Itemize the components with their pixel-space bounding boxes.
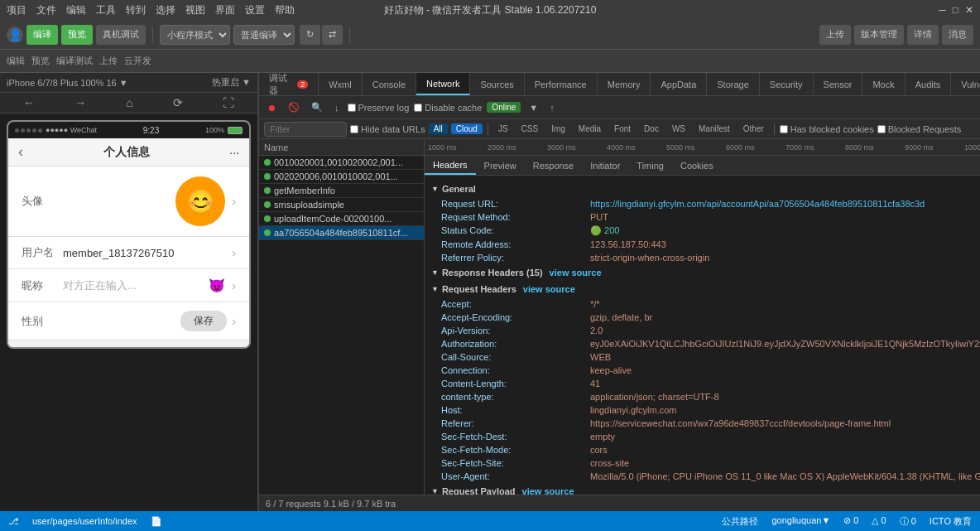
req-item-6[interactable]: aa7056504a484feb89510811cf... bbox=[259, 226, 424, 240]
preview-button[interactable]: 预览 bbox=[61, 25, 93, 45]
nav-back[interactable]: ← bbox=[23, 96, 35, 109]
response-headers-section[interactable]: ▼ Response Headers (15) view source bbox=[430, 264, 980, 281]
details-tab-preview[interactable]: Preview bbox=[476, 156, 525, 175]
filter-media[interactable]: Media bbox=[574, 123, 606, 134]
tab-vulnerability[interactable]: Vulnerability bbox=[951, 73, 980, 95]
tab-appdata[interactable]: AppData bbox=[651, 73, 707, 95]
details-tab-timing[interactable]: Timing bbox=[628, 156, 672, 175]
menu-item-file[interactable]: 文件 bbox=[36, 3, 56, 17]
tab-storage[interactable]: Storage bbox=[707, 73, 760, 95]
clear-button[interactable]: 🚫 bbox=[285, 100, 303, 114]
import-btn[interactable]: ↓ bbox=[331, 101, 343, 114]
avatar-image[interactable]: 😊 bbox=[175, 176, 225, 226]
general-section-header[interactable]: ▼ General bbox=[430, 181, 980, 197]
tab-performance[interactable]: Performance bbox=[525, 73, 598, 95]
req-item-3[interactable]: getMemberInfo bbox=[259, 184, 424, 198]
username-row[interactable]: 用户名 member_18137267510 › bbox=[8, 237, 249, 269]
toolbar2-upload[interactable]: 上传 bbox=[99, 55, 118, 67]
blocked-requests-checkbox[interactable] bbox=[877, 125, 886, 133]
filter-icon-btn[interactable]: 🔍 bbox=[308, 100, 326, 114]
menu-item-view[interactable]: 视图 bbox=[185, 3, 205, 17]
more-icon[interactable]: ··· bbox=[229, 146, 239, 159]
swap-btn[interactable]: ⇄ bbox=[322, 25, 343, 45]
menu-item-tool[interactable]: 工具 bbox=[96, 3, 116, 17]
nav-rotate[interactable]: ⟳ bbox=[173, 96, 183, 109]
menu-item-project[interactable]: 项目 bbox=[7, 3, 26, 17]
menu-item-help[interactable]: 帮助 bbox=[275, 3, 295, 17]
hide-data-urls-checkbox[interactable] bbox=[350, 125, 358, 133]
export-btn[interactable]: ↑ bbox=[546, 101, 558, 114]
filter-js[interactable]: JS bbox=[493, 123, 513, 134]
detail-btn[interactable]: 详情 bbox=[907, 25, 939, 45]
tab-security[interactable]: Security bbox=[760, 73, 814, 95]
filter-manifest[interactable]: Manifest bbox=[694, 123, 735, 134]
disable-cache-checkbox[interactable] bbox=[414, 104, 422, 112]
nav-fullscreen[interactable]: ⛶ bbox=[223, 96, 234, 109]
tab-mock[interactable]: Mock bbox=[862, 73, 905, 95]
menu-item-settings[interactable]: 设置 bbox=[245, 3, 265, 17]
nickname-row[interactable]: 昵称 对方正在输入... 😈 › bbox=[8, 269, 249, 302]
tab-console[interactable]: Console bbox=[363, 73, 416, 95]
upload-btn[interactable]: 上传 bbox=[819, 25, 851, 45]
menu-item-select[interactable]: 选择 bbox=[156, 3, 175, 17]
filter-img[interactable]: Img bbox=[546, 123, 570, 134]
req-item-5[interactable]: uploadItemCode-00200100... bbox=[259, 212, 424, 226]
tab-wxml[interactable]: Wxml bbox=[319, 73, 363, 95]
toolbar2-test[interactable]: 编译测试 bbox=[56, 55, 93, 67]
filter-doc[interactable]: Doc bbox=[639, 123, 664, 134]
filter-input[interactable] bbox=[264, 122, 347, 137]
request-headers-section[interactable]: ▼ Request Headers view source bbox=[430, 281, 980, 297]
nav-forward[interactable]: → bbox=[74, 96, 86, 109]
env-select[interactable]: 普通编译 bbox=[233, 25, 295, 45]
preserve-log-checkbox[interactable] bbox=[348, 104, 356, 112]
tab-network[interactable]: Network bbox=[416, 73, 470, 95]
response-view-source[interactable]: view source bbox=[550, 268, 602, 278]
save-button[interactable]: 保存 bbox=[180, 311, 227, 331]
tab-memory[interactable]: Memory bbox=[598, 73, 651, 95]
real-machine-btn[interactable]: 真机调试 bbox=[96, 25, 146, 45]
status-path[interactable]: user/pages/userInfo/index bbox=[32, 516, 137, 527]
toolbar2-cloud[interactable]: 云开发 bbox=[124, 55, 151, 67]
minimize-btn[interactable]: ─ bbox=[939, 4, 946, 16]
toolbar2-preview[interactable]: 预览 bbox=[31, 55, 50, 67]
payload-view-source[interactable]: view source bbox=[522, 486, 574, 495]
throttle-btn[interactable]: ▼ bbox=[526, 101, 541, 114]
details-tab-headers[interactable]: Headers bbox=[425, 156, 476, 175]
record-button[interactable]: ⏺ bbox=[264, 101, 280, 114]
gender-row[interactable]: 性别 保存 › bbox=[8, 302, 249, 340]
req-item-2[interactable]: 002020006,0010010002,001... bbox=[259, 170, 424, 184]
menu-item-edit[interactable]: 编辑 bbox=[66, 3, 86, 17]
filter-other[interactable]: Other bbox=[738, 123, 769, 134]
filter-cloud[interactable]: Cloud bbox=[451, 123, 483, 134]
tab-sensor[interactable]: Sensor bbox=[814, 73, 863, 95]
menu-item-interface[interactable]: 界面 bbox=[215, 3, 235, 17]
filter-css[interactable]: CSS bbox=[516, 123, 544, 134]
details-tab-cookies[interactable]: Cookies bbox=[672, 156, 722, 175]
filter-font[interactable]: Font bbox=[609, 123, 636, 134]
app-title: 好店好物 - 微信开发者工具 Stable 1.06.2207210 bbox=[384, 3, 597, 17]
nav-home[interactable]: ⌂ bbox=[126, 96, 132, 109]
back-arrow-icon[interactable]: ‹ bbox=[18, 143, 23, 161]
menu-item-goto[interactable]: 转到 bbox=[126, 3, 146, 17]
mode-select[interactable]: 小程序模式 bbox=[160, 25, 230, 45]
details-tab-response[interactable]: Response bbox=[525, 156, 583, 175]
tab-debugger[interactable]: 调试器 2 bbox=[259, 73, 319, 95]
filter-ws[interactable]: WS bbox=[667, 123, 690, 134]
blocked-cookies-checkbox[interactable] bbox=[780, 125, 788, 133]
req-item-4[interactable]: smsuploadsimple bbox=[259, 198, 424, 212]
toolbar2-compile[interactable]: 编辑 bbox=[7, 55, 25, 67]
payload-section-header[interactable]: ▼ Request Payload view source bbox=[430, 483, 980, 495]
req-item-1[interactable]: 0010020001,0010020002,001... bbox=[259, 156, 424, 170]
refresh-btn[interactable]: ↻ bbox=[300, 25, 320, 45]
tab-audits[interactable]: Audits bbox=[906, 73, 952, 95]
maximize-btn[interactable]: □ bbox=[953, 4, 958, 16]
tab-sources[interactable]: Sources bbox=[470, 73, 524, 95]
homescreen-label[interactable]: 热重启 ▼ bbox=[212, 76, 251, 89]
request-view-source[interactable]: view source bbox=[523, 284, 575, 294]
details-tab-initiator[interactable]: Initiator bbox=[582, 156, 628, 175]
version-btn[interactable]: 版本管理 bbox=[854, 25, 904, 45]
close-btn[interactable]: ✕ bbox=[965, 4, 973, 16]
compile-button[interactable]: 编译 bbox=[26, 25, 58, 45]
filter-all[interactable]: All bbox=[429, 123, 448, 134]
message-btn[interactable]: 消息 bbox=[942, 25, 973, 45]
